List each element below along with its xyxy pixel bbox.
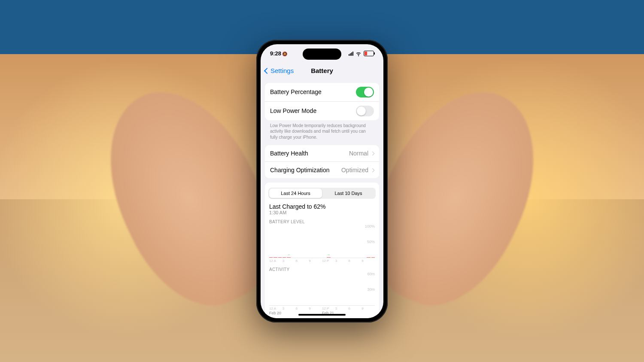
battery-health-row[interactable]: Battery Health Normal [265, 145, 379, 161]
charging-optimization-row[interactable]: Charging Optimization Optimized [265, 161, 379, 178]
health-group: Battery Health Normal Charging Optimizat… [265, 145, 379, 178]
row-label: Battery Percentage [270, 88, 322, 95]
level-bar [269, 257, 273, 258]
level-bar [367, 257, 370, 258]
battery-percentage-toggle[interactable] [356, 87, 374, 97]
y-axis-100: 100% [365, 224, 375, 228]
battery-level-chart[interactable]: 100% 50% [269, 225, 375, 258]
chevron-right-icon [371, 151, 375, 155]
seg-last-10d[interactable]: Last 10 Days [322, 189, 375, 198]
y-axis-60m: 60m [367, 272, 375, 276]
time-range-segment[interactable]: Last 24 Hours Last 10 Days [268, 188, 376, 199]
row-label: Battery Health [270, 150, 308, 157]
low-power-mode-toggle[interactable] [356, 106, 374, 116]
seg-last-24h[interactable]: Last 24 Hours [269, 189, 322, 198]
y-axis-50: 50% [367, 240, 375, 244]
row-value: Normal [349, 150, 374, 157]
chevron-right-icon [371, 168, 375, 172]
usage-summary: Screen Active 17h 37m Screen Idle 1h 11m [265, 315, 379, 318]
level-bar [287, 257, 290, 258]
x-axis-ticks: 12 A36912 P369 [269, 259, 375, 263]
x-axis-ticks: 12 A36912 P369 [269, 307, 375, 310]
toggle-group: Battery Percentage Low Power Mode [265, 83, 379, 120]
back-label: Settings [270, 67, 294, 74]
low-power-footer: Low Power Mode temporarily reduces backg… [265, 120, 379, 141]
charts: Last Charged to 62% 1:30 AM BATTERY LEVE… [265, 203, 379, 315]
activity-chart[interactable]: 60m 30m [269, 273, 375, 306]
row-label: Low Power Mode [270, 107, 316, 114]
last-charged-title: Last Charged to 62% [269, 203, 375, 210]
activity-label: ACTIVITY [269, 267, 375, 272]
usage-group: Last 24 Hours Last 10 Days Last Charged … [265, 183, 379, 318]
home-indicator[interactable] [298, 314, 346, 316]
level-bar [278, 257, 282, 258]
status-right [349, 51, 374, 57]
back-button[interactable]: Settings [265, 67, 294, 74]
low-power-mode-row[interactable]: Low Power Mode [265, 101, 379, 120]
screen: 9:28🔕 Settings Battery Battery Percentag… [261, 44, 383, 318]
battery-level-label: BATTERY LEVEL [269, 219, 375, 224]
chevron-left-icon [264, 67, 270, 73]
level-bar [371, 257, 375, 258]
y-axis-30m: 30m [367, 287, 375, 292]
nav-bar: Settings Battery [261, 63, 383, 79]
wifi-icon [355, 51, 361, 57]
cellular-icon [349, 52, 353, 56]
level-bar [283, 257, 286, 258]
level-bar [273, 257, 277, 258]
iphone-frame: 9:28🔕 Settings Battery Battery Percentag… [256, 40, 388, 322]
value-text: Optimized [341, 167, 368, 173]
page-title: Battery [311, 67, 333, 74]
settings-content: Battery Percentage Low Power Mode Low Po… [261, 83, 383, 318]
clock-text: 9:28 [270, 50, 281, 57]
last-charged-time: 1:30 AM [269, 210, 375, 215]
silent-icon: 🔕 [282, 52, 287, 56]
row-label: Charging Optimization [270, 167, 330, 173]
dynamic-island [303, 49, 341, 60]
row-value: Optimized [341, 167, 374, 173]
level-bar [327, 257, 330, 258]
battery-fill [365, 52, 367, 55]
value-text: Normal [349, 150, 368, 157]
battery-icon [364, 51, 374, 56]
battery-percentage-row[interactable]: Battery Percentage [265, 83, 379, 101]
status-time: 9:28🔕 [270, 50, 287, 57]
